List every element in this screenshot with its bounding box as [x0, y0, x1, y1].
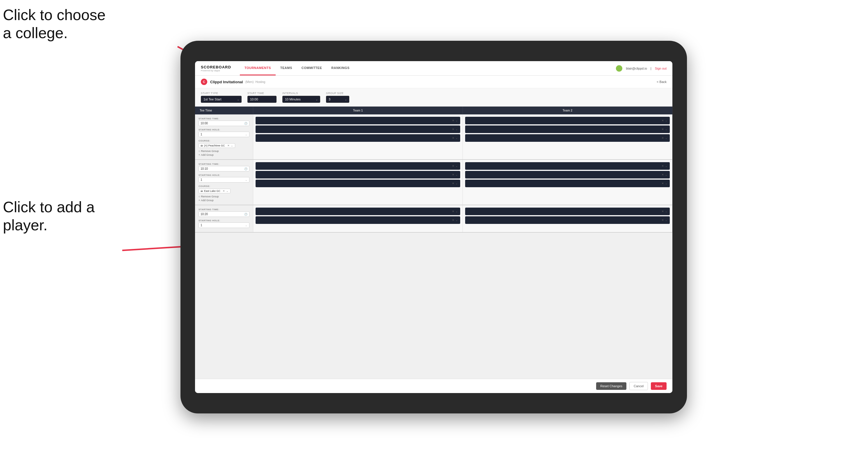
- slot-x-btn[interactable]: ✕: [662, 219, 664, 222]
- slot-x-btn[interactable]: ✕: [452, 173, 454, 176]
- start-type-wrapper[interactable]: 1st Tee Start Shotgun Start: [201, 96, 242, 103]
- slot-chevron-btn[interactable]: ⌄: [456, 173, 458, 176]
- slot-x-btn[interactable]: ✕: [452, 164, 454, 167]
- player-slot[interactable]: ✕ ⌄: [255, 208, 460, 215]
- team2-col-1: ✕ ⌄ ✕ ⌄ ✕: [463, 115, 672, 159]
- start-time-input[interactable]: [247, 96, 277, 103]
- starting-hole-select-1[interactable]: 1 ⌄: [198, 132, 249, 137]
- remove-group-btn-2[interactable]: ○Remove Group: [198, 195, 249, 198]
- slot-chevron-btn[interactable]: ⌄: [665, 164, 668, 167]
- nav-tab-rankings[interactable]: RANKINGS: [327, 61, 354, 75]
- slot-chevron-btn[interactable]: ⌄: [456, 182, 458, 185]
- course-tag-2[interactable]: 🏔 East Lake GC ✕ ⌄: [198, 189, 230, 193]
- slot-x-btn[interactable]: ✕: [452, 182, 454, 185]
- course-actions-1: ○Remove Group +Add Group: [198, 150, 249, 156]
- group-size-wrapper[interactable]: 3 4 2: [326, 96, 349, 103]
- starting-time-input-1[interactable]: 10:00 🕐: [198, 121, 249, 126]
- starting-hole-select-2[interactable]: 1 ⌄: [198, 177, 249, 183]
- slot-x-btn[interactable]: ✕: [662, 173, 664, 176]
- player-slot-controls: ✕ ⌄: [452, 136, 458, 139]
- brand: SCOREBOARD Powered by clippd: [201, 65, 231, 72]
- add-group-btn-1[interactable]: +Add Group: [198, 153, 249, 156]
- player-slot-controls: ✕ ⌄: [662, 173, 668, 176]
- cancel-button[interactable]: Cancel: [629, 382, 648, 390]
- player-slot[interactable]: ✕ ⌄: [255, 117, 460, 124]
- player-slot[interactable]: ✕ ⌄: [465, 162, 670, 170]
- player-slot[interactable]: ✕ ⌄: [465, 171, 670, 179]
- slot-chevron-btn[interactable]: ⌄: [456, 119, 458, 122]
- player-slot[interactable]: ✕ ⌄: [255, 180, 460, 187]
- nav-tab-committee[interactable]: COMMITTEE: [297, 61, 327, 75]
- group-size-select[interactable]: 3 4 2: [326, 96, 349, 103]
- player-slot-controls: ✕ ⌄: [452, 173, 458, 176]
- slot-x-btn[interactable]: ✕: [662, 182, 664, 185]
- player-slot[interactable]: ✕ ⌄: [255, 134, 460, 142]
- starting-time-input-2[interactable]: 10:10 🕐: [198, 166, 249, 172]
- nav-tab-teams[interactable]: TEAMS: [276, 61, 297, 75]
- player-slot-controls: ✕ ⌄: [662, 119, 668, 122]
- slot-chevron-btn[interactable]: ⌄: [665, 210, 668, 213]
- slot-x-btn[interactable]: ✕: [452, 210, 454, 213]
- player-slot[interactable]: ✕ ⌄: [465, 125, 670, 133]
- slot-x-btn[interactable]: ✕: [662, 210, 664, 213]
- reset-button[interactable]: Reset Changes: [596, 382, 626, 390]
- player-slot-controls: ✕ ⌄: [662, 164, 668, 167]
- slot-chevron-btn[interactable]: ⌄: [665, 136, 668, 139]
- start-type-select[interactable]: 1st Tee Start Shotgun Start: [201, 96, 242, 103]
- nav-tab-tournaments[interactable]: TOURNAMENTS: [240, 61, 276, 75]
- slot-chevron-btn[interactable]: ⌄: [665, 219, 668, 222]
- intervals-select[interactable]: 10 Minutes 8 Minutes 12 Minutes: [282, 96, 320, 103]
- slot-x-btn[interactable]: ✕: [452, 119, 454, 122]
- player-slot[interactable]: ✕ ⌄: [465, 208, 670, 215]
- slot-x-btn[interactable]: ✕: [452, 219, 454, 222]
- slot-x-btn[interactable]: ✕: [662, 128, 664, 131]
- slot-x-btn[interactable]: ✕: [662, 136, 664, 139]
- team2-col-3: ✕ ⌄ ✕ ⌄: [463, 205, 672, 232]
- slot-chevron-btn[interactable]: ⌄: [456, 210, 458, 213]
- player-slot[interactable]: ✕ ⌄: [465, 134, 670, 142]
- slot-x-btn[interactable]: ✕: [452, 136, 454, 139]
- intervals-wrapper[interactable]: 10 Minutes 8 Minutes 12 Minutes: [282, 96, 320, 103]
- starting-time-input-3[interactable]: 10:20 🕐: [198, 211, 249, 217]
- avatar: [616, 65, 622, 72]
- course-tag-1[interactable]: 🏔 (A) Peachtree GC ✕ ⌄: [198, 143, 235, 148]
- slot-chevron-btn[interactable]: ⌄: [456, 219, 458, 222]
- player-slot[interactable]: ✕ ⌄: [465, 117, 670, 124]
- slot-x-btn[interactable]: ✕: [662, 164, 664, 167]
- slot-chevron-btn[interactable]: ⌄: [456, 136, 458, 139]
- add-group-btn-2[interactable]: +Add Group: [198, 199, 249, 202]
- start-type-group: Start Type 1st Tee Start Shotgun Start: [201, 92, 242, 103]
- slot-chevron-btn[interactable]: ⌄: [665, 182, 668, 185]
- player-slot-controls: ✕ ⌄: [452, 219, 458, 222]
- slot-chevron-btn[interactable]: ⌄: [456, 164, 458, 167]
- user-email: blair@clippd.io: [626, 67, 647, 70]
- slot-x-btn[interactable]: ✕: [662, 119, 664, 122]
- slot-x-btn[interactable]: ✕: [452, 128, 454, 131]
- table-row: STARTING TIME: 10:20 🕐 STARTING HOLE: 1 …: [195, 205, 672, 232]
- player-slot[interactable]: ✕ ⌄: [465, 180, 670, 187]
- back-button[interactable]: < Back: [657, 80, 666, 84]
- player-slot-controls: ✕ ⌄: [452, 182, 458, 185]
- slot-chevron-btn[interactable]: ⌄: [456, 128, 458, 131]
- tablet-screen: SCOREBOARD Powered by clippd TOURNAMENTS…: [195, 61, 672, 393]
- sign-out-link[interactable]: Sign out: [655, 67, 666, 70]
- page-title: Clippd Invitational: [210, 80, 243, 84]
- main-content: Tee Time Team 1 Team 2 STARTING TIME: 10…: [195, 106, 672, 393]
- annotation-add-player: Click to add a player.: [3, 198, 102, 235]
- player-slot[interactable]: ✕ ⌄: [255, 125, 460, 133]
- starting-hole-select-3[interactable]: 1 ⌄: [198, 222, 249, 228]
- player-slot-controls: ✕ ⌄: [662, 136, 668, 139]
- slot-chevron-btn[interactable]: ⌄: [665, 173, 668, 176]
- slot-chevron-btn[interactable]: ⌄: [665, 119, 668, 122]
- player-slot[interactable]: ✕ ⌄: [255, 171, 460, 179]
- start-time-label: Start Time: [247, 92, 277, 95]
- player-slot[interactable]: ✕ ⌄: [255, 162, 460, 170]
- remove-group-btn-1[interactable]: ○Remove Group: [198, 150, 249, 153]
- player-slot[interactable]: ✕ ⌄: [255, 216, 460, 224]
- slot-chevron-btn[interactable]: ⌄: [665, 128, 668, 131]
- player-slot[interactable]: ✕ ⌄: [465, 216, 670, 224]
- tee-info-col-1: STARTING TIME: 10:00 🕐 STARTING HOLE: 1 …: [195, 115, 253, 159]
- bottom-bar: Reset Changes Cancel Save: [195, 379, 672, 393]
- table-header: Tee Time Team 1 Team 2: [195, 106, 672, 115]
- save-button[interactable]: Save: [651, 382, 666, 390]
